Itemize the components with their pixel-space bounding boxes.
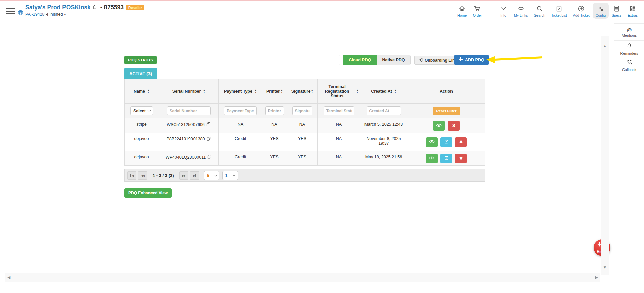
sort-icon[interactable]: ▲▼ (356, 89, 358, 93)
column-header-name: Name (134, 89, 145, 94)
scroll-right-arrow-icon[interactable]: ▶ (595, 275, 598, 280)
nav-add-ticket[interactable]: Add Ticket (570, 3, 593, 19)
app-window: Satya's Prod POSKiosk - 875593 Reseller … (0, 0, 644, 293)
name-filter-select[interactable]: Select (130, 106, 153, 115)
cell-payment: NA (219, 118, 262, 133)
serial-filter-input[interactable] (167, 106, 211, 115)
edit-button[interactable] (440, 154, 452, 163)
sort-icon[interactable]: ▲▼ (281, 89, 283, 93)
pencil-square-icon (444, 139, 449, 145)
cart-icon (474, 4, 481, 12)
cell-printer: YES (262, 133, 287, 151)
pdq-enhanced-view-button[interactable]: PDQ Enhanced View (124, 188, 172, 198)
account-title-link[interactable]: Satya's Prod POSKiosk (25, 4, 91, 11)
grid-icon (629, 4, 636, 12)
column-header-action: Action (440, 89, 453, 94)
sort-icon[interactable]: ▲▼ (394, 89, 396, 93)
view-button[interactable] (426, 137, 438, 147)
eye-icon (429, 140, 435, 145)
scroll-up-arrow-icon[interactable]: ▲ (601, 44, 609, 48)
cell-name: dejavoo (125, 151, 159, 166)
scroll-left-arrow-icon[interactable]: ◀ (7, 275, 10, 280)
terminal-filter-input[interactable] (324, 106, 354, 115)
pdq-table: Name▲▼ Serial Number▲▼ Payment Type▲▼ Pr… (124, 79, 485, 166)
copy-serial-icon[interactable] (207, 136, 211, 142)
cell-signature: NA (287, 118, 318, 133)
created-filter-input[interactable] (367, 106, 401, 115)
signature-filter-input[interactable] (292, 106, 312, 115)
nav-extras[interactable]: Extras (625, 3, 641, 19)
sidebar-item-mentions[interactable]: @ Mentions (614, 23, 644, 40)
edit-button[interactable] (440, 137, 452, 147)
prev-page-button[interactable]: ◀◀ (138, 171, 147, 180)
last-page-button[interactable]: ▶ (190, 171, 199, 180)
nav-config[interactable]: Config (593, 3, 609, 19)
x-icon: ✖ (459, 156, 463, 161)
column-header-payment: Payment Type (224, 89, 252, 94)
column-header-terminal: Terminal Registration Status (319, 84, 355, 98)
horizontal-scrollbar[interactable]: ◀ ▶ (5, 273, 600, 282)
nav-my-links[interactable]: My Links (511, 3, 531, 19)
column-header-serial: Serial Number (172, 89, 201, 94)
reset-filter-button[interactable]: Reset Filter (433, 107, 460, 115)
view-button[interactable] (433, 121, 445, 131)
clipboard-list-icon (613, 4, 620, 12)
pdq-status-button[interactable]: PDQ STATUS (124, 56, 157, 64)
search-icon (536, 4, 543, 12)
first-page-button[interactable]: ◀ (127, 171, 136, 180)
pdq-mode-toggle[interactable]: Cloud PDQ Native PDQ (339, 55, 411, 65)
copy-serial-icon[interactable] (207, 155, 212, 160)
nav-info[interactable]: Info (496, 3, 511, 19)
scroll-down-arrow-icon[interactable]: ▼ (601, 265, 609, 270)
view-button[interactable] (426, 154, 438, 163)
table-row: dejavoo P8B2241019001380 Credit YES YES … (125, 133, 485, 151)
table-row: stripe WSC513125007606 NA NA NA NA March… (125, 118, 485, 133)
add-pdq-button[interactable]: ADD PDQ (454, 55, 489, 65)
tab-active[interactable]: ACTIVE (3) (124, 68, 157, 79)
menu-hamburger-icon[interactable] (6, 8, 15, 16)
copy-title-icon[interactable] (93, 4, 98, 11)
nav-order[interactable]: Order (470, 3, 485, 19)
eye-icon (436, 123, 442, 128)
page-select[interactable]: 1 (222, 171, 238, 180)
copy-serial-icon[interactable] (206, 122, 211, 127)
account-location-link[interactable]: PA -19428 (25, 12, 44, 17)
delete-button[interactable]: ✖ (455, 154, 467, 163)
cell-name: dejavoo (125, 133, 159, 151)
onboarding-link-button[interactable]: Onboarding Link (414, 56, 461, 65)
table-header-row: Name▲▼ Serial Number▲▼ Payment Type▲▼ Pr… (125, 79, 485, 104)
sort-icon[interactable]: ▲▼ (255, 89, 257, 93)
column-header-printer: Printer (266, 89, 280, 94)
nav-specs[interactable]: Specs (609, 3, 625, 19)
links-icon (517, 4, 525, 12)
cell-signature: YES (287, 151, 318, 166)
top-accent-bar (0, 0, 644, 1)
nav-ticket-list[interactable]: Ticket List (548, 3, 570, 19)
payment-filter-input[interactable] (224, 106, 257, 115)
delete-button[interactable]: ✖ (448, 121, 460, 131)
x-icon: ✖ (459, 140, 463, 144)
nav-search[interactable]: Search (531, 3, 548, 19)
page-size-select[interactable]: 5 (204, 171, 219, 180)
pagination-bar: ◀ ◀◀ 1 - 3 / 3 (3) ▶▶ ▶ 5 1 (124, 169, 485, 182)
printer-filter-input[interactable] (265, 106, 284, 115)
cell-serial: WP40401Q23000011 (166, 155, 206, 160)
bell-icon (626, 43, 633, 51)
cell-terminal: NA (318, 151, 360, 166)
sort-icon[interactable]: ▲▼ (311, 89, 313, 93)
phone-icon (626, 59, 633, 67)
delete-button[interactable]: ✖ (455, 137, 467, 147)
sidebar-item-reminders[interactable]: Reminders (614, 40, 644, 57)
at-icon: @ (627, 27, 632, 33)
sidebar-item-callback[interactable]: Callback (614, 57, 644, 74)
nav-home[interactable]: Home (454, 3, 470, 19)
sort-icon[interactable]: ▲▼ (203, 89, 205, 93)
toggle-cloud-pdq[interactable]: Cloud PDQ (343, 55, 377, 65)
x-icon: ✖ (452, 123, 455, 128)
next-page-button[interactable]: ▶▶ (179, 171, 188, 180)
sort-icon[interactable]: ▲▼ (147, 89, 149, 93)
vertical-scrollbar[interactable]: ▲ ▼ (601, 36, 609, 275)
nav-divider (490, 4, 490, 17)
toggle-native-pdq[interactable]: Native PDQ (377, 55, 410, 65)
name-filter-select-wrap: Select (130, 106, 153, 115)
